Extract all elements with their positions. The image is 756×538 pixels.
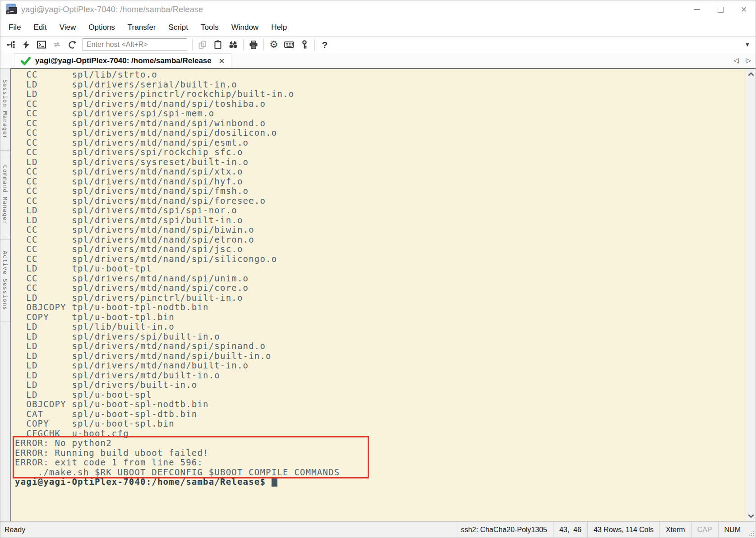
menu-item-transfer[interactable]: Transfer bbox=[121, 18, 162, 36]
tab-bar: yagi@yagi-OptiPlex-7040: /home/samba/Rel… bbox=[0, 53, 756, 68]
new-terminal-icon[interactable] bbox=[34, 38, 49, 51]
side-tab-active-sessions[interactable]: Active Sessions bbox=[0, 239, 10, 322]
terminal-line: CC spl/drivers/mtd/nand/spi/etron.o bbox=[15, 235, 746, 245]
terminal-line: CC spl/drivers/mtd/nand/spi/core.o bbox=[15, 283, 746, 293]
terminal-line: CAT spl/u-boot-spl-dtb.bin bbox=[15, 409, 746, 419]
terminal-line: LD spl/u-boot-spl bbox=[15, 390, 746, 400]
session-tab-label: yagi@yagi-OptiPlex-7040: /home/samba/Rel… bbox=[35, 56, 212, 65]
terminal-line: CC spl/drivers/mtd/nand/spi/unim.o bbox=[15, 274, 746, 284]
terminal-line: LD spl/drivers/serial/built-in.o bbox=[15, 80, 746, 90]
terminal-line: LD spl/drivers/sysreset/built-in.o bbox=[15, 157, 746, 167]
status-terminal-size: 43 Rows, 114 Cols bbox=[587, 522, 659, 538]
terminal-line: OBJCOPY tpl/u-boot-tpl-nodtb.bin bbox=[15, 303, 746, 313]
terminal-error-line: ERROR: exit code 1 from line 596: bbox=[15, 458, 746, 468]
toolbar-separator bbox=[243, 39, 244, 51]
terminal-line: CC spl/drivers/mtd/nand/spi/fmsh.o bbox=[15, 186, 746, 196]
status-ready: Ready bbox=[0, 526, 25, 534]
terminal-line: LD spl/drivers/mtd/nand/spi/built-in.o bbox=[15, 351, 746, 361]
terminal-error-line: ERROR: No python2 bbox=[15, 438, 746, 448]
toolbar-separator bbox=[314, 39, 315, 51]
scroll-up-icon[interactable] bbox=[748, 72, 754, 76]
terminal-line: LD spl/drivers/mtd/spi/built-in.o bbox=[15, 216, 746, 225]
terminal-line: CC spl/drivers/mtd/nand/spi/winbond.o bbox=[15, 119, 746, 129]
quick-connect-icon[interactable] bbox=[18, 38, 34, 51]
terminal-line: CC spl/lib/strto.o bbox=[15, 70, 746, 80]
sessions-dialog-icon[interactable] bbox=[3, 38, 18, 51]
terminal-error-line: ./make.sh $RK_UBOOT_DEFCONFIG $UBOOT_COM… bbox=[15, 468, 746, 478]
copy-icon[interactable] bbox=[195, 38, 210, 51]
status-cursor-position: 43, 46 bbox=[553, 522, 587, 538]
minimize-button[interactable] bbox=[685, 0, 709, 18]
maximize-button[interactable] bbox=[709, 0, 732, 18]
toolbar-separator bbox=[263, 39, 264, 51]
menu-item-options[interactable]: Options bbox=[82, 18, 121, 36]
terminal-line: LD spl/drivers/pinctrl/built-in.o bbox=[15, 293, 746, 303]
minimize-icon bbox=[694, 9, 700, 10]
terminal-line: CC spl/drivers/mtd/nand/spi/esmt.o bbox=[15, 138, 746, 148]
title-bar: yagi@yagi-OptiPlex-7040: /home/samba/Rel… bbox=[0, 0, 756, 18]
disconnect-icon[interactable] bbox=[65, 38, 80, 51]
session-properties-gear-icon[interactable]: ⚙ bbox=[266, 38, 281, 51]
terminal-screen[interactable]: CC spl/lib/strto.o LD spl/drivers/serial… bbox=[11, 69, 746, 521]
tab-close-icon[interactable]: ✕ bbox=[219, 57, 225, 65]
menu-item-help[interactable]: Help bbox=[265, 18, 293, 36]
terminal-line: COPY spl/u-boot-spl.bin bbox=[15, 419, 746, 429]
menu-bar: FileEditViewOptionsTransferScriptToolsWi… bbox=[0, 18, 756, 36]
window-controls: ✕ bbox=[685, 0, 756, 18]
terminal-widget: CC spl/lib/strto.o LD spl/drivers/serial… bbox=[10, 68, 756, 521]
prompt-line: yagi@yagi-OptiPlex-7040:/home/samba/Rele… bbox=[15, 477, 746, 487]
session-tab[interactable]: yagi@yagi-OptiPlex-7040: /home/samba/Rel… bbox=[14, 53, 231, 68]
terminal-line: CFGCHK u-boot.cfg bbox=[15, 429, 746, 439]
terminal-line: LD spl/drivers/spi/built-in.o bbox=[15, 332, 746, 342]
terminal-line: LD spl/lib/built-in.o bbox=[15, 322, 746, 332]
key-agent-icon[interactable] bbox=[297, 38, 312, 51]
menu-item-window[interactable]: Window bbox=[225, 18, 265, 36]
terminal-line: LD tpl/u-boot-tpl bbox=[15, 264, 746, 274]
keyboard-input-icon[interactable] bbox=[281, 38, 297, 51]
menu-item-edit[interactable]: Edit bbox=[27, 18, 53, 36]
menu-item-file[interactable]: File bbox=[2, 18, 27, 36]
help-icon[interactable]: ? bbox=[317, 38, 332, 51]
resize-grip[interactable] bbox=[747, 522, 756, 538]
xshell-window: yagi@yagi-OptiPlex-7040: /home/samba/Rel… bbox=[0, 0, 756, 538]
status-num-lock: NUM bbox=[718, 522, 747, 538]
side-panel-strip: Session ManagerCommand ManagerActive Ses… bbox=[0, 68, 10, 521]
terminal-line: LD spl/drivers/mtd/nand/built-in.o bbox=[15, 361, 746, 371]
tab-scroll-right-icon[interactable]: ▷ bbox=[746, 56, 751, 64]
find-icon[interactable] bbox=[226, 38, 241, 51]
vertical-scrollbar[interactable] bbox=[746, 69, 756, 521]
terminal-line: CC spl/drivers/spi/spi-mem.o bbox=[15, 109, 746, 119]
terminal-error-line: ERROR: Running build_uboot failed! bbox=[15, 448, 746, 458]
status-segments: ssh2: ChaCha20-Poly1305 43, 46 43 Rows, … bbox=[455, 522, 756, 538]
side-tab-command-manager[interactable]: Command Manager bbox=[0, 154, 10, 236]
terminal-line: CC spl/drivers/spi/rockchip_sfc.o bbox=[15, 147, 746, 157]
window-title: yagi@yagi-OptiPlex-7040: /home/samba/Rel… bbox=[21, 5, 203, 14]
status-encryption: ssh2: ChaCha20-Poly1305 bbox=[455, 522, 553, 538]
terminal-line: LD spl/drivers/mtd/spi/spi-nor.o bbox=[15, 206, 746, 216]
toolbar-separator bbox=[192, 39, 193, 51]
menu-item-tools[interactable]: Tools bbox=[194, 18, 225, 36]
scroll-down-icon[interactable] bbox=[748, 514, 754, 518]
menu-item-script[interactable]: Script bbox=[162, 18, 194, 36]
terminal-line: CC spl/drivers/mtd/nand/spi/foresee.o bbox=[15, 196, 746, 206]
print-icon[interactable] bbox=[246, 38, 261, 51]
side-tab-session-manager[interactable]: Session Manager bbox=[0, 68, 10, 151]
close-button[interactable]: ✕ bbox=[732, 0, 756, 18]
toolbar-overflow-icon[interactable]: ▼ bbox=[745, 41, 750, 48]
connected-check-icon bbox=[21, 57, 31, 65]
terminal-line: CC spl/drivers/mtd/nand/spi/toshiba.o bbox=[15, 99, 746, 109]
terminal-line: CC spl/drivers/mtd/nand/spi/hyf.o bbox=[15, 177, 746, 187]
terminal-line: CC spl/drivers/mtd/nand/spi/dosilicon.o bbox=[15, 128, 746, 138]
error-highlight-region: ERROR: No python2ERROR: Running build_ub… bbox=[15, 438, 746, 477]
tab-scroll-left-icon[interactable]: ◁ bbox=[733, 56, 739, 64]
tool-bar: ⚙ ? ▼ bbox=[0, 36, 756, 53]
terminal-line: CC spl/drivers/mtd/nand/spi/jsc.o bbox=[15, 244, 746, 254]
menu-item-view[interactable]: View bbox=[53, 18, 83, 36]
host-address-input[interactable] bbox=[83, 38, 187, 51]
close-icon: ✕ bbox=[741, 6, 747, 14]
terminal-line: CC spl/drivers/mtd/nand/spi/silicongo.o bbox=[15, 254, 746, 264]
shell-prompt: yagi@yagi-OptiPlex-7040:/home/samba/Rele… bbox=[15, 477, 272, 487]
reconnect-icon[interactable] bbox=[49, 38, 65, 51]
status-emulation: Xterm bbox=[659, 522, 691, 538]
paste-icon[interactable] bbox=[210, 38, 226, 51]
